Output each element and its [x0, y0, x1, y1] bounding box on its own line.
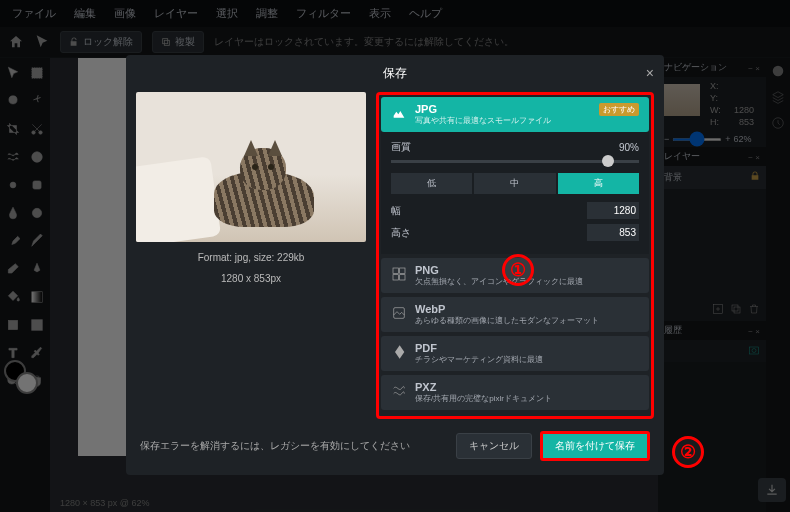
quality-label: 画質	[391, 140, 411, 154]
quality-value: 90%	[619, 142, 639, 153]
format-pdf[interactable]: PDFチラシやマーケティング資料に最適	[381, 336, 649, 371]
quality-low-button[interactable]: 低	[391, 173, 472, 194]
svg-rect-22	[393, 268, 398, 273]
format-name: PDF	[415, 342, 639, 354]
preview-image	[136, 92, 366, 242]
height-label: 高さ	[391, 226, 411, 240]
jpg-settings: 画質90% 低 中 高 幅 高さ	[381, 132, 649, 254]
quality-mid-button[interactable]: 中	[474, 173, 555, 194]
close-icon[interactable]: ×	[646, 65, 654, 81]
format-jpg[interactable]: JPG 写真や共有に最適なスモールファイル おすすめ	[381, 97, 649, 132]
format-desc: チラシやマーケティング資料に最適	[415, 354, 639, 365]
annotation-1: ①	[502, 254, 534, 286]
format-pxz[interactable]: PXZ保存/共有用の完璧なpixlrドキュメント	[381, 375, 649, 410]
width-input[interactable]	[587, 202, 639, 219]
format-name: WebP	[415, 303, 639, 315]
pxz-icon	[391, 383, 407, 399]
svg-rect-25	[400, 275, 405, 280]
format-desc: 保存/共有用の完璧なpixlrドキュメント	[415, 393, 639, 404]
height-input[interactable]	[587, 224, 639, 241]
recommended-badge: おすすめ	[599, 103, 639, 116]
svg-rect-24	[393, 275, 398, 280]
format-name: PXZ	[415, 381, 639, 393]
save-dialog: 保存 × Format: jpg, size: 229kb 1280 x 853…	[126, 55, 664, 475]
format-info: Format: jpg, size: 229kb	[136, 252, 366, 263]
format-desc: 写真や共有に最適なスモールファイル	[415, 115, 591, 126]
png-icon	[391, 266, 407, 282]
jpg-icon	[391, 105, 407, 121]
pdf-icon	[391, 344, 407, 360]
webp-icon	[391, 305, 407, 321]
dimensions-info: 1280 x 853px	[136, 273, 366, 284]
legacy-message: 保存エラーを解消するには、レガシーを有効にしてください	[140, 439, 448, 453]
width-label: 幅	[391, 204, 401, 218]
format-webp[interactable]: WebPあらゆる種類の画像に適したモダンなフォーマット	[381, 297, 649, 332]
quality-high-button[interactable]: 高	[558, 173, 639, 194]
format-name: JPG	[415, 103, 591, 115]
format-desc: あらゆる種類の画像に適したモダンなフォーマット	[415, 315, 639, 326]
quality-slider[interactable]	[391, 160, 639, 163]
dialog-title: 保存	[383, 66, 407, 80]
preview-column: Format: jpg, size: 229kb 1280 x 853px	[136, 92, 366, 419]
save-as-button[interactable]: 名前を付けて保存	[540, 431, 650, 461]
svg-rect-23	[400, 268, 405, 273]
annotation-2: ②	[672, 436, 704, 468]
cancel-button[interactable]: キャンセル	[456, 433, 532, 459]
